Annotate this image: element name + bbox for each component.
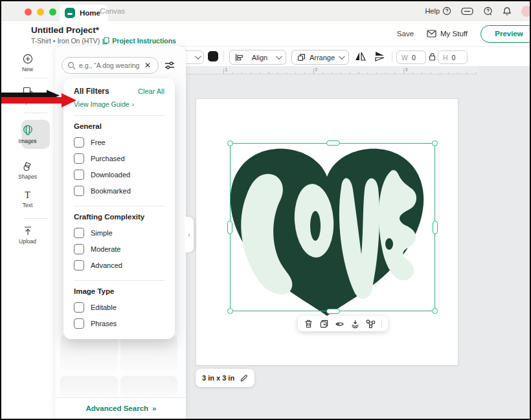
pencil-icon — [240, 374, 248, 382]
avatar[interactable] — [521, 6, 531, 17]
zoom-window-button[interactable] — [49, 8, 56, 16]
sidebar-item-images[interactable]: Images — [1, 125, 54, 144]
filter-option-advanced[interactable]: Advanced — [74, 257, 164, 273]
image-result-placeholder[interactable] — [60, 335, 118, 371]
hide-button[interactable] — [335, 319, 345, 329]
chevron-down-icon — [339, 53, 345, 60]
help-menu[interactable]: Help — [425, 6, 451, 16]
color-sync-icon — [366, 319, 376, 329]
align-icon — [235, 54, 243, 61]
size-label: 3 in x 3 in — [202, 374, 234, 382]
sidebar-item-new[interactable]: New — [1, 54, 54, 72]
resize-handle-nw[interactable] — [227, 140, 233, 146]
toolbar-divider — [381, 320, 382, 328]
flip-horizontal-icon — [355, 51, 366, 61]
horizontal-ruler: 1 2 3 — [185, 66, 477, 74]
flip-vertical-icon — [374, 51, 385, 61]
filter-option-purchased[interactable]: Purchased — [74, 150, 164, 166]
align-dropdown[interactable]: Align — [229, 50, 286, 65]
tab-canvas[interactable]: Canvas — [100, 7, 125, 15]
image-result-placeholder[interactable] — [120, 335, 177, 371]
flip-vertical-button[interactable] — [374, 51, 385, 61]
resize-handle-w[interactable] — [227, 221, 232, 234]
titlebar: Home Canvas Help — [1, 1, 530, 21]
checkbox[interactable] — [74, 153, 84, 164]
view-image-guide-link[interactable]: View Image Guide › — [74, 100, 164, 108]
sidebar-item-text[interactable]: T Text — [1, 190, 54, 208]
resize-handle-sw[interactable] — [227, 308, 233, 314]
checkbox[interactable] — [74, 260, 84, 271]
image-result-placeholder[interactable] — [60, 376, 118, 397]
minimize-window-button[interactable] — [37, 8, 44, 16]
resize-handle-ne[interactable] — [432, 140, 438, 146]
close-window-button[interactable] — [25, 8, 32, 16]
delete-button[interactable] — [304, 319, 313, 329]
filter-option-phrases[interactable]: Phrases — [74, 315, 164, 331]
save-button[interactable]: Save — [397, 30, 414, 38]
flip-horizontal-button[interactable] — [355, 51, 366, 61]
checkbox[interactable] — [74, 244, 84, 254]
section-heading-general: General — [74, 122, 164, 130]
clear-search-button[interactable]: ✕ — [144, 61, 151, 69]
filter-option-free[interactable]: Free — [74, 134, 164, 150]
filter-option-editable[interactable]: Editable — [74, 299, 164, 315]
filter-option-moderate[interactable]: Moderate — [74, 241, 164, 257]
filter-option-downloaded[interactable]: Downloaded — [74, 166, 164, 182]
preview-button[interactable]: Preview — [480, 25, 531, 43]
height-field[interactable]: H 0 — [438, 50, 468, 64]
lock-icon[interactable] — [429, 52, 436, 61]
trash-icon — [304, 319, 313, 329]
my-stuff-button[interactable]: My Stuff — [427, 30, 468, 38]
bell-icon[interactable] — [503, 6, 512, 16]
eye-icon — [335, 319, 345, 329]
filter-option-simple[interactable]: Simple — [74, 225, 164, 241]
filters-icon[interactable] — [164, 61, 175, 70]
arrange-dropdown[interactable]: Arrange — [291, 50, 349, 65]
ruler-mark: 2 — [315, 67, 317, 72]
envelope-icon — [427, 30, 436, 38]
instructions-icon — [102, 37, 109, 45]
width-field[interactable]: W 0 — [396, 50, 426, 64]
duplicate-button[interactable] — [319, 319, 329, 329]
arrange-icon — [297, 53, 306, 61]
flatten-button[interactable] — [350, 319, 360, 329]
chevron-left-icon: ‹ — [188, 232, 190, 238]
clear-all-link[interactable]: Clear All — [138, 87, 164, 95]
search-input[interactable] — [79, 61, 141, 69]
resize-handle-e[interactable] — [433, 221, 438, 234]
project-instructions-link[interactable]: Project Instructions — [112, 37, 176, 45]
machine-icon[interactable] — [461, 7, 473, 16]
selection-box[interactable] — [230, 143, 435, 311]
window-controls — [25, 8, 56, 16]
checkbox[interactable] — [74, 228, 84, 238]
sidebar-item-upload[interactable]: Upload — [1, 226, 54, 245]
help-label: Help — [425, 7, 440, 15]
checkbox[interactable] — [74, 302, 84, 313]
checkbox[interactable] — [74, 186, 84, 196]
chevron-right-icon: › — [132, 100, 135, 108]
image-result-placeholder[interactable] — [120, 376, 177, 397]
project-header: Untitled Project* T-Shirt • Iron On (HTV… — [1, 21, 530, 46]
checkbox[interactable] — [74, 137, 84, 148]
double-chevron-icon: » — [152, 404, 155, 412]
checkbox[interactable] — [74, 170, 84, 180]
chevron-down-icon — [276, 53, 282, 60]
color-sync-button[interactable] — [366, 319, 376, 329]
toolbar-divider — [223, 51, 224, 61]
resize-handle-se[interactable] — [432, 308, 438, 314]
edit-size-button[interactable] — [240, 374, 248, 382]
feedback-icon[interactable] — [483, 6, 493, 16]
filters-title: All Filters — [74, 87, 109, 96]
resize-handle-s[interactable] — [326, 309, 340, 314]
annotation-arrow — [1, 89, 78, 109]
svg-text:T: T — [25, 190, 30, 200]
resize-handle-n[interactable] — [326, 140, 340, 146]
sidebar-item-shapes[interactable]: Shapes — [1, 161, 54, 180]
panel-collapse-button[interactable]: ‹ — [185, 217, 194, 252]
checkbox[interactable] — [74, 318, 84, 329]
section-heading-complexity: Crafting Complexity — [74, 213, 164, 221]
image-search-bar[interactable]: ✕ — [62, 57, 159, 74]
advanced-search-bar[interactable]: Advanced Search » — [55, 397, 186, 419]
color-swatch[interactable] — [208, 51, 218, 61]
filter-option-bookmarked[interactable]: Bookmarked — [74, 182, 164, 199]
